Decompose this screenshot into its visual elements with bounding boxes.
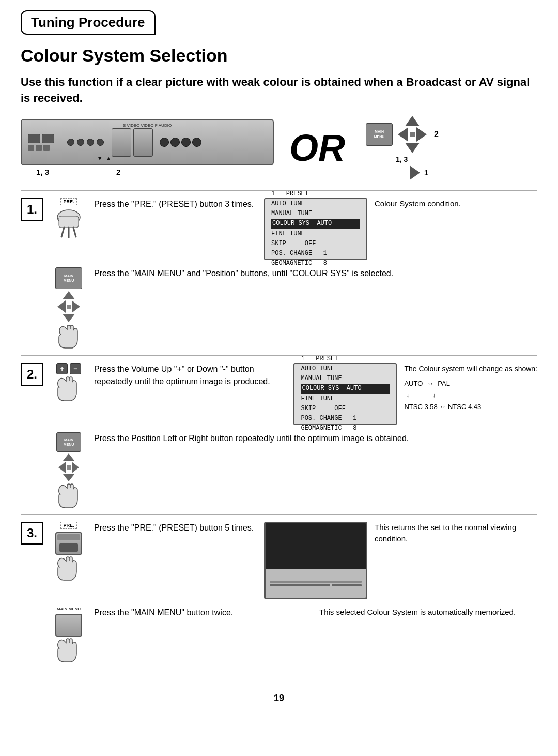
right-nav-cluster: MAINMENU 2 1, 3 1	[366, 116, 439, 180]
step-2-content: + − Press the Volume Up "+" or Down "-" …	[51, 363, 537, 509]
tuning-procedure-box: Tuning Procedure	[21, 10, 156, 35]
step-1-content: PRE. Press the "PRE." (PRESET) button 3 …	[51, 198, 537, 350]
volume-button-icon: + −	[51, 363, 87, 406]
step-3-note-2: This selected Colour System is automatic…	[319, 607, 537, 618]
step-3-content: PRE. Press the "PRE." (PRESET) button 5 …	[51, 522, 537, 667]
pre-button-hand-1: PRE.	[51, 198, 87, 238]
menu-mockup-2: 1 PRESET AUTO TUNE MANUAL TUNE COLOUR SY…	[293, 363, 397, 425]
step-3-note-1: This returns the set to the normal viewi…	[375, 522, 537, 545]
svg-rect-1	[59, 216, 79, 228]
divider-2	[21, 69, 537, 69]
step-2-row-2: MAINMENU Press the Position Left or Rig	[51, 432, 537, 509]
tuning-procedure-title: Tuning Procedure	[31, 14, 145, 30]
step-3-number-box: 3.	[21, 522, 43, 545]
main-menu-icon-1: MAINMENU	[55, 267, 82, 289]
step-3-text-1: Press the "PRE." (PRESET) button 5 times…	[94, 522, 257, 534]
step-1-text-2: Press the "MAIN MENU" and "Position" but…	[94, 267, 537, 280]
right-label-2: 2	[434, 130, 439, 139]
step-1-note-1: Colour System condition.	[375, 198, 537, 210]
diagram-area: S VIDEO VIDEO F·AUDIO ▼▲	[21, 116, 537, 180]
page-number: 19	[21, 693, 537, 704]
main-menu-nav-hand: MAINMENU	[51, 267, 87, 350]
step-3-section: 3. PRE. Press the "PRE." (PRESET) button…	[21, 514, 537, 672]
hand-icon-pos	[56, 483, 82, 509]
step-3-row-2: MAIN MENU Press the "MAIN MENU" button t…	[51, 607, 537, 667]
colour-change-note: The Colour system will change as shown: …	[404, 363, 537, 413]
right-label-3: 1	[424, 169, 428, 177]
main-menu-icon-right: MAINMENU	[366, 123, 393, 146]
left-remote-diagram: S VIDEO VIDEO F·AUDIO ▼▲	[21, 119, 274, 176]
step-2-text-1: Press the Volume Up "+" or Down "-" butt…	[94, 363, 286, 388]
divider-1	[21, 42, 537, 42]
step-1-section: 1. PRE. Press the "PRE." (PRESET) button…	[21, 190, 537, 355]
step-1-row-1: PRE. Press the "PRE." (PRESET) button 3 …	[51, 198, 537, 260]
main-menu-hand-3: MAIN MENU	[51, 607, 87, 667]
menu-mockup-1: 1 PRESET AUTO TUNE MANUAL TUNE COLOUR SY…	[264, 198, 367, 260]
step-2-row-1: + − Press the Volume Up "+" or Down "-" …	[51, 363, 537, 425]
hand-icon-3	[55, 556, 83, 585]
pre-button-hand-3: PRE.	[51, 522, 87, 585]
step-1-text-1: Press the "PRE." (PRESET) button 3 times…	[94, 198, 257, 210]
left-labels-row: 1, 3 2	[36, 168, 120, 176]
step-2-section: 2. + − Press the Volume Up "+" or Down "…	[21, 355, 537, 514]
step-2-number-box: 2.	[21, 363, 43, 386]
colour-change-line3: NTSC 3.58 ↔ NTSC 4.43	[404, 401, 537, 413]
hand-icon-main-menu-3	[55, 638, 83, 667]
step-1-number-box: 1.	[21, 198, 43, 221]
nav-arrows-right	[398, 116, 427, 153]
remote-control-image: S VIDEO VIDEO F·AUDIO ▼▲	[21, 119, 274, 165]
or-label: OR	[289, 129, 345, 167]
hand-icon-2	[55, 376, 83, 406]
step-2-text-2: Press the Position Left or Right button …	[94, 432, 537, 445]
step-3-row-1: PRE. Press the "PRE." (PRESET) button 5 …	[51, 522, 537, 599]
hand-icon-nav-1	[56, 324, 82, 350]
colour-change-line2: ↓↓	[406, 389, 537, 401]
right-label-1: 1, 3	[396, 155, 408, 163]
step-3-text-2: Press the "MAIN MENU" button twice.	[94, 607, 312, 619]
intro-text: Use this function if a clear picture wit…	[21, 74, 537, 107]
position-button-icon: MAINMENU	[51, 432, 87, 509]
svg-line-2	[61, 228, 64, 237]
screen-mockup-3	[264, 522, 367, 599]
or-text: OR	[289, 129, 345, 167]
svg-line-4	[73, 228, 76, 237]
colour-change-line1: AUTO↔PAL	[404, 378, 537, 389]
hand-icon-1	[54, 207, 84, 238]
section-title: Colour System Selection	[21, 46, 537, 66]
main-menu-icon-2: MAINMENU	[56, 432, 81, 452]
step-1-row-2: MAINMENU Press the "MAIN MENU"	[51, 267, 537, 350]
hand-right: 1	[410, 165, 428, 180]
